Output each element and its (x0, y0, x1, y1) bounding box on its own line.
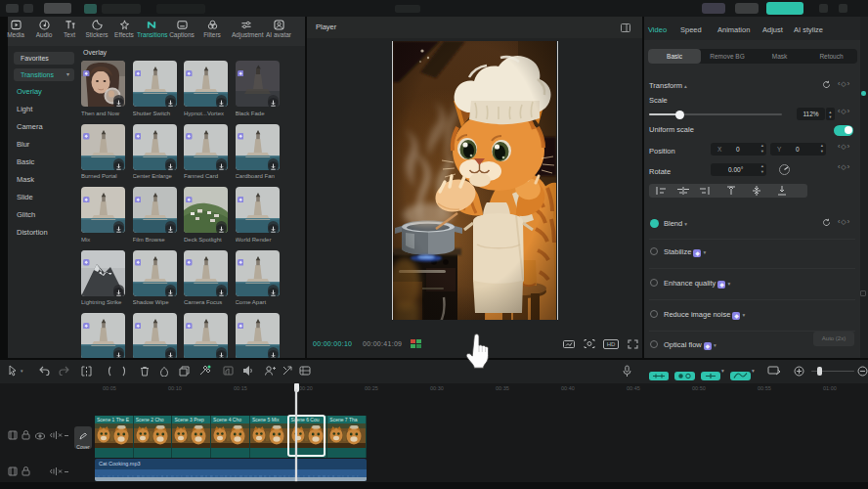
svg-text:HD: HD (607, 341, 616, 347)
